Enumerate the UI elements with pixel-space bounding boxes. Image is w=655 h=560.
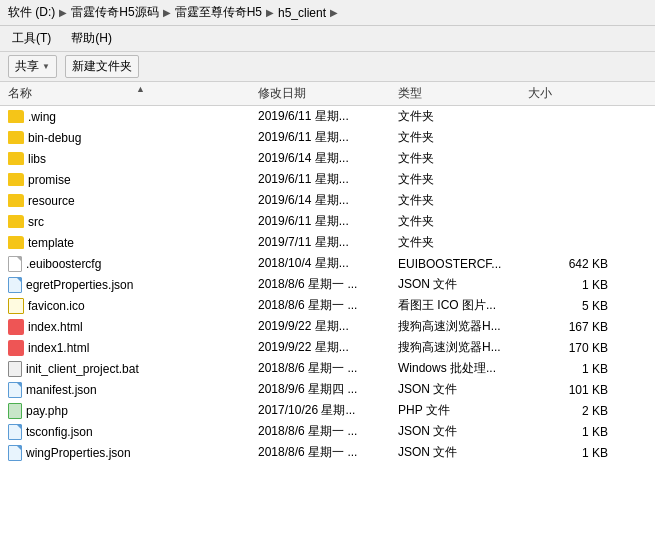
table-row[interactable]: src 2019/6/11 星期... 文件夹 [0, 211, 655, 232]
file-name-cell: index1.html [8, 340, 258, 356]
file-date-cell: 2019/6/14 星期... [258, 192, 398, 209]
table-row[interactable]: wingProperties.json 2018/8/6 星期一 ... JSO… [0, 442, 655, 463]
file-type-cell: JSON 文件 [398, 381, 528, 398]
table-row[interactable]: promise 2019/6/11 星期... 文件夹 [0, 169, 655, 190]
folder-icon [8, 194, 24, 207]
folder-icon [8, 131, 24, 144]
table-row[interactable]: init_client_project.bat 2018/8/6 星期一 ...… [0, 358, 655, 379]
json-file-icon [8, 277, 22, 293]
file-date-cell: 2017/10/26 星期... [258, 402, 398, 419]
file-name-cell: resource [8, 194, 258, 208]
file-name-cell: pay.php [8, 403, 258, 419]
file-date-cell: 2019/6/11 星期... [258, 213, 398, 230]
file-date-cell: 2019/6/11 星期... [258, 129, 398, 146]
breadcrumb-sep-2: ▶ [266, 7, 274, 18]
file-name-label: index.html [28, 320, 83, 334]
file-size-cell: 101 KB [528, 383, 608, 397]
file-name-cell: index.html [8, 319, 258, 335]
share-dropdown-icon: ▼ [42, 62, 50, 71]
file-name-cell: .euiboostercfg [8, 256, 258, 272]
file-date-cell: 2018/8/6 星期一 ... [258, 297, 398, 314]
file-date-cell: 2018/8/6 星期一 ... [258, 444, 398, 461]
file-type-cell: 文件夹 [398, 150, 528, 167]
file-size-cell: 1 KB [528, 425, 608, 439]
file-name-label: .euiboostercfg [26, 257, 101, 271]
file-name-label: tsconfig.json [26, 425, 93, 439]
menu-bar: 工具(T) 帮助(H) [0, 26, 655, 52]
table-row[interactable]: favicon.ico 2018/8/6 星期一 ... 看图王 ICO 图片.… [0, 295, 655, 316]
toolbar: 共享 ▼ 新建文件夹 [0, 52, 655, 82]
table-row[interactable]: pay.php 2017/10/26 星期... PHP 文件 2 KB [0, 400, 655, 421]
file-name-label: favicon.ico [28, 299, 85, 313]
breadcrumb-sep-1: ▶ [163, 7, 171, 18]
file-date-cell: 2018/9/6 星期四 ... [258, 381, 398, 398]
breadcrumb-part-0[interactable]: 软件 (D:) [8, 4, 55, 21]
file-name-label: manifest.json [26, 383, 97, 397]
file-name-cell: template [8, 236, 258, 250]
file-type-cell: 搜狗高速浏览器H... [398, 339, 528, 356]
file-date-cell: 2019/9/22 星期... [258, 339, 398, 356]
column-headers: 名称 修改日期 类型 大小 [0, 82, 655, 106]
file-name-label: .wing [28, 110, 56, 124]
col-header-date[interactable]: 修改日期 [258, 85, 398, 102]
file-date-cell: 2018/8/6 星期一 ... [258, 276, 398, 293]
table-row[interactable]: tsconfig.json 2018/8/6 星期一 ... JSON 文件 1… [0, 421, 655, 442]
table-row[interactable]: egretProperties.json 2018/8/6 星期一 ... JS… [0, 274, 655, 295]
file-name-cell: bin-debug [8, 131, 258, 145]
file-name-label: promise [28, 173, 71, 187]
file-name-label: libs [28, 152, 46, 166]
table-row[interactable]: template 2019/7/11 星期... 文件夹 [0, 232, 655, 253]
file-name-cell: favicon.ico [8, 298, 258, 314]
json-file-icon [8, 424, 22, 440]
file-name-label: pay.php [26, 404, 68, 418]
file-type-cell: 文件夹 [398, 129, 528, 146]
file-type-cell: EUIBOOSTERCF... [398, 257, 528, 271]
col-header-type[interactable]: 类型 [398, 85, 528, 102]
new-folder-button[interactable]: 新建文件夹 [65, 55, 139, 78]
breadcrumb-part-3[interactable]: h5_client [278, 6, 326, 20]
file-type-cell: JSON 文件 [398, 276, 528, 293]
table-row[interactable]: index.html 2019/9/22 星期... 搜狗高速浏览器H... 1… [0, 316, 655, 337]
file-name-label: index1.html [28, 341, 89, 355]
table-row[interactable]: libs 2019/6/14 星期... 文件夹 [0, 148, 655, 169]
file-type-cell: 文件夹 [398, 171, 528, 188]
file-name-label: src [28, 215, 44, 229]
file-name-label: template [28, 236, 74, 250]
sort-indicator: ▲ [136, 84, 145, 94]
table-row[interactable]: .euiboostercfg 2018/10/4 星期... EUIBOOSTE… [0, 253, 655, 274]
file-type-cell: PHP 文件 [398, 402, 528, 419]
folder-icon [8, 110, 24, 123]
file-name-cell: manifest.json [8, 382, 258, 398]
file-type-cell: Windows 批处理... [398, 360, 528, 377]
table-row[interactable]: manifest.json 2018/9/6 星期四 ... JSON 文件 1… [0, 379, 655, 400]
php-file-icon [8, 403, 22, 419]
col-header-size[interactable]: 大小 [528, 85, 608, 102]
file-size-cell: 167 KB [528, 320, 608, 334]
file-name-label: egretProperties.json [26, 278, 133, 292]
share-button[interactable]: 共享 ▼ [8, 55, 57, 78]
breadcrumb-part-2[interactable]: 雷霆至尊传奇H5 [175, 4, 262, 21]
file-size-cell: 170 KB [528, 341, 608, 355]
file-name-cell: promise [8, 173, 258, 187]
table-row[interactable]: bin-debug 2019/6/11 星期... 文件夹 [0, 127, 655, 148]
json-file-icon [8, 445, 22, 461]
bat-file-icon [8, 361, 22, 377]
folder-icon [8, 236, 24, 249]
table-row[interactable]: index1.html 2019/9/22 星期... 搜狗高速浏览器H... … [0, 337, 655, 358]
html-file-icon [8, 319, 24, 335]
file-type-cell: 看图王 ICO 图片... [398, 297, 528, 314]
file-date-cell: 2018/8/6 星期一 ... [258, 423, 398, 440]
file-size-cell: 2 KB [528, 404, 608, 418]
file-name-cell: tsconfig.json [8, 424, 258, 440]
menu-tools[interactable]: 工具(T) [8, 28, 55, 49]
breadcrumb-part-1[interactable]: 雷霆传奇H5源码 [71, 4, 158, 21]
file-type-cell: 文件夹 [398, 234, 528, 251]
col-header-name[interactable]: 名称 [8, 85, 258, 102]
file-name-cell: init_client_project.bat [8, 361, 258, 377]
file-name-cell: .wing [8, 110, 258, 124]
table-row[interactable]: resource 2019/6/14 星期... 文件夹 [0, 190, 655, 211]
menu-help[interactable]: 帮助(H) [67, 28, 116, 49]
ico-file-icon [8, 298, 24, 314]
table-row[interactable]: .wing 2019/6/11 星期... 文件夹 [0, 106, 655, 127]
file-name-label: wingProperties.json [26, 446, 131, 460]
